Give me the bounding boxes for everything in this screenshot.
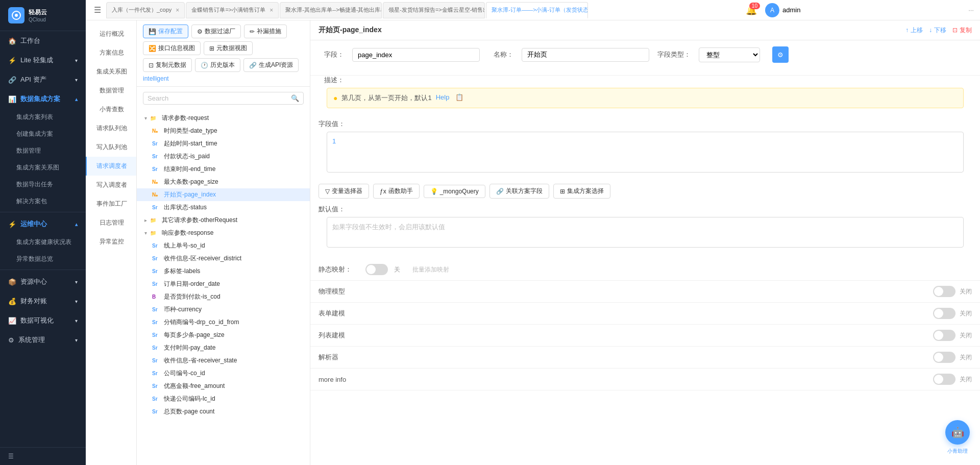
sidebar-item-finance[interactable]: 💰 财务对账 ▾ bbox=[0, 291, 86, 311]
field-input[interactable] bbox=[352, 48, 480, 62]
left-nav-req-debugger[interactable]: 请求调度者 bbox=[86, 157, 136, 176]
tab-2[interactable]: 金蝶销售订单=>小满销售订单 × bbox=[186, 2, 279, 18]
left-nav-log-mgmt[interactable]: 日志管理 bbox=[86, 213, 136, 232]
tree-node-req-params[interactable]: ▾ 📁 请求参数-request bbox=[137, 112, 310, 125]
tree-node-is-cod[interactable]: B 是否货到付款-is_cod bbox=[137, 290, 310, 303]
left-nav-write-debugger[interactable]: 写入调度者 bbox=[86, 176, 136, 194]
static-map-toggle[interactable] bbox=[365, 264, 388, 275]
settings-toggle-btn[interactable]: ⚙ bbox=[772, 46, 789, 63]
tree-node-other-req[interactable]: ▸ 📁 其它请求参数-otherRequest bbox=[137, 214, 310, 227]
left-nav-plan-info[interactable]: 方案信息 bbox=[86, 43, 136, 62]
tree-node-labels[interactable]: Sr 多标签-labels bbox=[137, 265, 310, 278]
sidebar-item-workbench[interactable]: 🏠 工作台 bbox=[0, 31, 86, 51]
history-button[interactable]: 🕐 历史版本 bbox=[195, 58, 240, 72]
data-filter-button[interactable]: ⚙ 数据过滤厂 bbox=[191, 25, 241, 38]
assistant-button[interactable]: 🤖 bbox=[945, 420, 970, 445]
left-nav-overview[interactable]: 运行概况 bbox=[86, 25, 136, 43]
left-nav-data-mgmt[interactable]: 数据管理 bbox=[86, 81, 136, 100]
list-build-toggle[interactable] bbox=[933, 330, 955, 341]
tree-node-receiver-district[interactable]: Sr 收件信息-区-receiver_district bbox=[137, 252, 310, 265]
tree-node-drp-co-id[interactable]: Sr 分销商编号-drp_co_id_from bbox=[137, 316, 310, 329]
sidebar-item-health-status[interactable]: 集成方案健康状况表 bbox=[0, 234, 86, 251]
field-value-area[interactable]: 1 bbox=[327, 132, 964, 173]
more-info-toggle[interactable] bbox=[933, 374, 955, 385]
sidebar-item-sys-mgmt[interactable]: ⚙ 系统管理 ▾ bbox=[0, 330, 86, 350]
copy-action[interactable]: ⊡ 复制 bbox=[952, 26, 972, 35]
notification-button[interactable]: 🔔 10 bbox=[746, 5, 757, 16]
plan-select-btn[interactable]: ⊞ 集成方案选择 bbox=[553, 184, 610, 199]
more-info-row[interactable]: more info 关闭 bbox=[310, 369, 980, 390]
left-nav-write-queue[interactable]: 写入队列池 bbox=[86, 138, 136, 157]
tree-node-page-count[interactable]: Sr 总页数-page count bbox=[137, 405, 310, 418]
mongo-query-btn[interactable]: 💡 _mongoQuery bbox=[424, 185, 485, 198]
tree-node-resp-page-size[interactable]: Sr 每页多少条-page_size bbox=[137, 329, 310, 341]
sidebar-item-plan-list[interactable]: 集成方案列表 bbox=[0, 109, 86, 126]
user-menu[interactable]: A admin bbox=[765, 3, 800, 17]
name-input[interactable] bbox=[522, 48, 649, 62]
tree-node-free-amount[interactable]: Sr 优惠金额-free_amount bbox=[137, 380, 310, 393]
tree-node-status[interactable]: Sr 出库状态-status bbox=[137, 201, 310, 214]
sidebar-collapse-btn[interactable]: ☰ bbox=[0, 447, 86, 465]
meta-view-button[interactable]: ⊞ 元数据视图 bbox=[204, 41, 253, 55]
sidebar-item-export-task[interactable]: 数据导出任务 bbox=[0, 176, 86, 193]
api-info-button[interactable]: 🔀 接口信息视图 bbox=[143, 41, 201, 55]
tree-node-receiver-state[interactable]: Sr 收件信息-省-receiver_state bbox=[137, 354, 310, 367]
related-field-btn[interactable]: 🔗 关联方案字段 bbox=[489, 184, 549, 199]
tab-1[interactable]: 入库（一件代发）_copy × bbox=[106, 2, 185, 18]
sidebar-item-data-integration[interactable]: 📊 数据集成方案 ▴ bbox=[0, 89, 86, 109]
sidebar-item-create-plan[interactable]: 创建集成方案 bbox=[0, 126, 86, 142]
tab-2-close[interactable]: × bbox=[270, 7, 273, 14]
tree-node-page-index[interactable]: Nₒ 开始页-page_index bbox=[137, 188, 310, 201]
physical-model-row[interactable]: 物理模型 关闭 bbox=[310, 281, 980, 303]
left-nav-req-queue[interactable]: 请求队列池 bbox=[86, 119, 136, 138]
tree-node-is-paid[interactable]: Sr 付款状态-is_paid bbox=[137, 150, 310, 163]
tree-node-pay-date[interactable]: Sr 支付时间-pay_date bbox=[137, 341, 310, 354]
func-helper-btn[interactable]: ƒx 函数助手 bbox=[373, 184, 420, 199]
save-config-button[interactable]: 💾 保存配置 bbox=[143, 25, 188, 38]
tree-node-end-time[interactable]: Sr 结束时间-end_time bbox=[137, 163, 310, 176]
sidebar-item-resource-center[interactable]: 📦 资源中心 ▾ bbox=[0, 272, 86, 291]
tree-node-so-id[interactable]: Sr 线上单号-so_id bbox=[137, 239, 310, 252]
parser-row[interactable]: 解析器 关闭 bbox=[310, 347, 980, 369]
hamburger-icon[interactable]: ☰ bbox=[90, 3, 105, 17]
left-nav-event-factory[interactable]: 事件加工厂 bbox=[86, 194, 136, 213]
sidebar-item-data-management[interactable]: 数据管理 bbox=[0, 142, 86, 159]
intelligent-link[interactable]: intelligent bbox=[143, 75, 169, 82]
help-link[interactable]: Help bbox=[436, 93, 450, 101]
table-build-toggle[interactable] bbox=[933, 308, 955, 319]
parser-toggle[interactable] bbox=[933, 352, 955, 363]
sidebar-item-data-viz[interactable]: 📈 数据可视化 ▾ bbox=[0, 311, 86, 330]
tab-1-close[interactable]: × bbox=[176, 7, 179, 14]
sidebar-item-lite[interactable]: ⚡ Lite 轻集成 ▾ bbox=[0, 51, 86, 70]
physical-model-toggle[interactable] bbox=[933, 286, 955, 297]
left-nav-relation-map[interactable]: 集成关系图 bbox=[86, 62, 136, 81]
move-up-action[interactable]: ↑ 上移 bbox=[905, 26, 923, 35]
copy-doc-icon[interactable]: 📋 bbox=[455, 93, 463, 101]
tree-node-response[interactable]: ▾ 📁 响应参数-response bbox=[137, 227, 310, 239]
move-down-action[interactable]: ↓ 下移 bbox=[929, 26, 946, 35]
sidebar-item-anomaly-data[interactable]: 异常数据总览 bbox=[0, 251, 86, 267]
table-build-row[interactable]: 表单建模 关闭 bbox=[310, 303, 980, 325]
default-value-area[interactable]: 如果字段值不生效时，会启用该默认值 bbox=[327, 217, 964, 248]
tree-node-lc-id[interactable]: Sr 快递公司编码-lc_id bbox=[137, 393, 310, 405]
tab-4[interactable]: 领星-发货结算报告=>金蝶云星空-销售出库单（日本站）(在用) × bbox=[383, 2, 485, 18]
sidebar-item-plan-relation[interactable]: 集成方案关系图 bbox=[0, 159, 86, 176]
tab-3[interactable]: 聚水潭-其他出库单-->畅捷通-其他出库单 × bbox=[280, 2, 382, 18]
tree-node-page-size-max[interactable]: Nₒ 最大条数-page_size bbox=[137, 176, 310, 188]
remediate-button[interactable]: ✏ 补漏措施 bbox=[244, 25, 287, 38]
tree-node-currency[interactable]: Sr 币种-currency bbox=[137, 303, 310, 316]
tree-node-co-id[interactable]: Sr 公司编号-co_id bbox=[137, 367, 310, 380]
sidebar-item-ops-center[interactable]: ⚡ 运维中心 ▴ bbox=[0, 214, 86, 234]
tree-node-start-time[interactable]: Sr 起始时间-start_time bbox=[137, 137, 310, 150]
sidebar-item-solution-pkg[interactable]: 解决方案包 bbox=[0, 193, 86, 210]
copy-meta-button[interactable]: ⊡ 复制元数据 bbox=[143, 58, 192, 72]
gen-api-button[interactable]: 🔗 生成API资源 bbox=[243, 58, 299, 72]
tree-node-date-type[interactable]: Nₒ 时间类型-date_type bbox=[137, 125, 310, 137]
search-input[interactable] bbox=[148, 94, 288, 102]
type-select[interactable]: 整型 字符串 布尔值 浮点数 bbox=[699, 47, 760, 62]
tab-5[interactable]: 聚水潭-订单——>小满-订单（发货状态回传）Done × bbox=[486, 2, 588, 18]
tabs-more-btn[interactable]: ··· bbox=[966, 4, 976, 16]
var-selector-btn[interactable]: ▽ 变量选择器 bbox=[318, 184, 369, 199]
left-nav-anomaly-monitor[interactable]: 异常监控 bbox=[86, 232, 136, 251]
list-build-row[interactable]: 列表建模 关闭 bbox=[310, 325, 980, 347]
